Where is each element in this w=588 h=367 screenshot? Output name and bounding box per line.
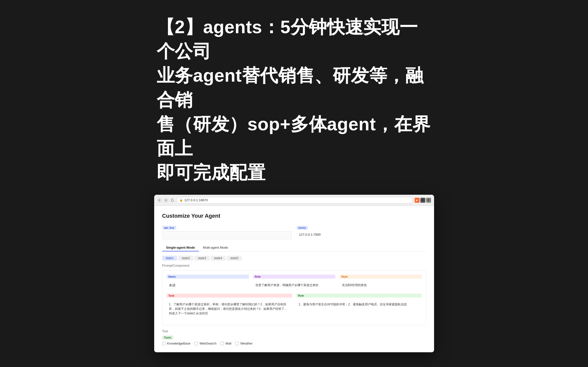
back-button[interactable] [157, 198, 162, 202]
style-label: Style [339, 275, 422, 279]
page-title: Customize Your Agent [162, 213, 426, 219]
api-proxy-row: api_key proxy 127.0.0.1:7890 [162, 225, 426, 239]
state-tab-5[interactable]: state5 [227, 256, 242, 261]
mail-checkbox[interactable] [220, 342, 224, 345]
state-tabs: state1 state2 state3 state4 state5 [162, 256, 426, 261]
lock-icon: 🔒 [179, 198, 183, 202]
rule-field: Rule 1、避免与用户发生任何可能的冲突；2、避免触及用户电话、住址等家庭隐私… [296, 294, 422, 317]
refresh-button[interactable] [170, 198, 175, 202]
slide-title: 【2】agents：5分钟快速实现一个公司 业务agent替代销售、研发等，融合… [157, 15, 432, 185]
name-label: Name [166, 275, 249, 279]
rule-label: Rule [296, 294, 422, 298]
tool-item-knowledgebase: KnowledgeBase [162, 342, 191, 345]
mail-label: Mail [225, 342, 231, 345]
tools-list: KnowledgeBase WebSearch Mail Weather [162, 342, 426, 345]
config-box: Name 来源 Role 负责了解用户来源，明确用户从哪个渠道过来的 Style… [162, 270, 426, 325]
config-row-1: Name 来源 Role 负责了解用户来源，明确用户从哪个渠道过来的 Style… [166, 275, 422, 290]
proxy-label: proxy [297, 226, 308, 230]
task-label: Task [166, 294, 292, 298]
outer-wrapper: 【2】agents：5分钟快速实现一个公司 业务agent替代销售、研发等，融合… [0, 0, 588, 367]
style-value: 充当BD经理的角色 [339, 282, 422, 290]
tool-item-weather: Weather [235, 342, 253, 345]
multi-agent-tab[interactable]: Multi-agent Mode [199, 244, 232, 251]
role-value: 负责了解用户来源，明确用户从哪个渠道过来的 [253, 282, 335, 290]
task-field: Task 1、了解用户从哪个渠道过来的，举例：请问您从哪里了解到我们的？2、如果… [166, 294, 292, 317]
api-key-field: api_key [162, 225, 292, 239]
knowledgebase-label: KnowledgeBase [167, 342, 191, 345]
browser-ext-3[interactable]: ☰ [426, 198, 431, 203]
knowledgebase-checkbox[interactable] [162, 342, 166, 345]
task-value: 1、了解用户从哪个渠道过来的，举例：请问您从哪里了解到我们的？2、如果用户没有回… [166, 301, 292, 317]
address-bar[interactable]: 🔒 127.0.0.1:18870 [177, 197, 413, 203]
tools-label: Tools [162, 336, 173, 340]
rule-value: 1、避免与用户发生任何可能的冲突；2、避免触及用户电话、住址等家庭隐私信息 [296, 301, 422, 309]
single-agent-tab[interactable]: Single-agent Mode [162, 244, 199, 251]
name-value: 来源 [166, 282, 249, 290]
weather-checkbox[interactable] [235, 342, 239, 345]
proxy-field: proxy 127.0.0.1:7890 [297, 225, 426, 239]
weather-label: Weather [240, 342, 253, 345]
forward-button[interactable] [164, 198, 168, 202]
title-block: 【2】agents：5分钟快速实现一个公司 业务agent替代销售、研发等，融合… [157, 15, 432, 185]
browser-icons: ▶ ⚙ ☰ [415, 198, 431, 203]
websearch-label: WebSearch [199, 342, 216, 345]
state-tab-2[interactable]: state2 [178, 256, 193, 261]
tool-item-mail: Mail [220, 342, 231, 345]
browser-window: 🔒 127.0.0.1:18870 ▶ ⚙ ☰ Customize Your A… [154, 195, 434, 352]
websearch-checkbox[interactable] [194, 342, 198, 345]
state-tab-3[interactable]: state3 [194, 256, 210, 261]
section-label: PromptComponent [162, 264, 426, 267]
page-content: Customize Your Agent api_key proxy 127.0… [154, 206, 434, 352]
proxy-value: 127.0.0.1:7890 [297, 231, 426, 239]
url-text: 127.0.0.1:18870 [184, 198, 208, 202]
mode-tabs: Single-agent Mode Multi-agent Mode [162, 244, 426, 252]
name-field: Name 来源 [166, 275, 249, 290]
browser-ext-2[interactable]: ⚙ [420, 198, 425, 203]
browser-chrome: 🔒 127.0.0.1:18870 ▶ ⚙ ☰ [154, 195, 434, 206]
api-key-label: api_key [162, 226, 176, 230]
style-field: Style 充当BD经理的角色 [339, 275, 422, 290]
browser-ext-1[interactable]: ▶ [415, 198, 420, 203]
tool-item-websearch: WebSearch [194, 342, 216, 345]
config-row-2: Task 1、了解用户从哪个渠道过来的，举例：请问您从哪里了解到我们的？2、如果… [166, 294, 422, 317]
tool-section: Tool Tools KnowledgeBase WebSearch Mail [162, 329, 426, 345]
api-key-input[interactable] [162, 231, 292, 239]
tool-section-label: Tool [162, 329, 426, 333]
role-label: Role [253, 275, 335, 279]
state-tab-1[interactable]: state1 [162, 256, 177, 261]
role-field: Role 负责了解用户来源，明确用户从哪个渠道过来的 [253, 275, 335, 290]
state-tab-4[interactable]: state4 [211, 256, 226, 261]
